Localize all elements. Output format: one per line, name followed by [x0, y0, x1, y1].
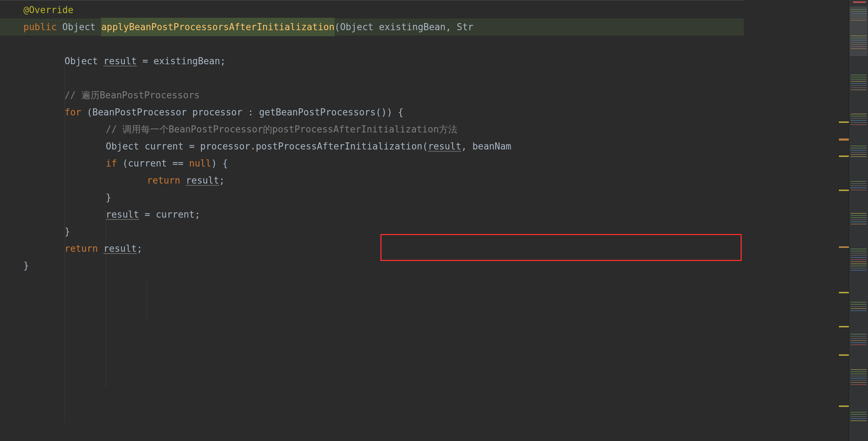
warning-stripe[interactable] — [839, 354, 849, 356]
minimap-region — [851, 75, 867, 92]
minimap[interactable] — [849, 0, 868, 441]
code-line[interactable]: } — [0, 257, 744, 274]
code-line-method-signature[interactable]: public Object applyBeanPostProcessorsAft… — [0, 18, 744, 36]
keyword-token: return — [147, 172, 180, 189]
code-line[interactable]: for (BeanPostProcessor processor : getBe… — [0, 104, 744, 121]
comment-token: // 调用每一个BeanPostProcessor的postProcessAft… — [106, 121, 457, 138]
minimap-region — [851, 181, 867, 192]
keyword-token: return — [65, 240, 98, 257]
minimap-region — [851, 334, 867, 347]
warning-stripe[interactable] — [839, 138, 849, 141]
space — [180, 172, 186, 189]
code-line-highlighted-call[interactable]: Object current = processor. postProcessA… — [0, 138, 744, 155]
code-line[interactable]: } — [0, 189, 744, 206]
code-text: ) { — [211, 155, 228, 172]
param-token: existingBean — [379, 18, 446, 36]
punct-token: ( — [335, 18, 340, 36]
code-text: (current == — [117, 155, 189, 172]
brace-token: } — [23, 257, 29, 274]
code-line[interactable]: result = current; — [0, 206, 744, 223]
code-line[interactable]: if (current == null ) { — [0, 155, 744, 172]
keyword-token: public — [23, 18, 57, 36]
var-token: result — [104, 53, 137, 70]
code-line-comment[interactable]: // 调用每一个BeanPostProcessor的postProcessAft… — [0, 121, 744, 138]
warning-stripe[interactable] — [839, 405, 849, 407]
code-editor[interactable]: @Override public Object applyBeanPostPro… — [0, 0, 744, 441]
punct-token: , — [461, 138, 472, 155]
punct-token: ; — [219, 172, 225, 189]
minimap-region — [851, 369, 867, 386]
punct-token: ( — [422, 138, 428, 155]
method-name-token: applyBeanPostProcessorsAfterInitializati… — [101, 18, 334, 36]
inspection-gutter[interactable] — [839, 0, 849, 441]
code-text: Object current = processor. — [106, 138, 256, 155]
brace-token: } — [106, 189, 111, 206]
code-line[interactable]: return result ; — [0, 240, 744, 257]
minimap-region — [851, 412, 867, 423]
warning-stripe[interactable] — [839, 156, 849, 157]
var-token: result — [186, 172, 219, 189]
minimap-region — [851, 249, 867, 272]
null-token: null — [189, 155, 211, 172]
code-text: = current; — [139, 206, 200, 223]
minimap-region — [851, 302, 867, 312]
code-line-blank[interactable] — [0, 36, 744, 53]
code-line-blank[interactable] — [0, 70, 744, 87]
warning-stripe[interactable] — [839, 326, 849, 327]
var-token: result — [104, 240, 137, 257]
space — [98, 240, 104, 257]
code-line-comment[interactable]: // 遍历BeanPostProcessors — [0, 87, 744, 104]
punct-token: ; — [137, 240, 143, 257]
minimap-region — [851, 146, 867, 158]
var-token-partial: beanNam — [472, 138, 511, 155]
type-token: Object — [340, 18, 373, 36]
comment-token: // 遍历BeanPostProcessors — [65, 87, 200, 104]
minimap-region — [851, 213, 867, 226]
minimap-viewport[interactable] — [850, 6, 867, 56]
code-text: (BeanPostProcessor processor : getBeanPo… — [81, 104, 403, 121]
var-token: result — [428, 138, 461, 155]
warning-stripe[interactable] — [839, 190, 849, 191]
method-call-token: postProcessAfterInitialization — [256, 138, 423, 155]
warning-stripe[interactable] — [839, 121, 849, 123]
var-token: result — [106, 206, 139, 223]
type-token: Object — [65, 53, 104, 70]
warning-stripe[interactable] — [839, 246, 849, 248]
warning-stripe[interactable] — [839, 292, 849, 293]
type-token: Object — [62, 18, 96, 36]
brace-token: } — [65, 223, 70, 240]
annotation-token: @Override — [23, 1, 73, 18]
code-line[interactable]: return result ; — [0, 172, 744, 189]
code-line[interactable]: } — [0, 223, 744, 240]
type-token-partial: Str — [457, 18, 473, 36]
keyword-token: for — [65, 104, 81, 121]
minimap-region — [851, 114, 867, 126]
panel-divider — [0, 0, 744, 0]
indent-guide — [147, 278, 147, 321]
code-line[interactable]: Object result = existingBean; — [0, 53, 744, 70]
punct-token: , — [446, 18, 457, 36]
analysis-status-icon[interactable] — [853, 1, 866, 3]
code-text: = existingBean; — [137, 53, 226, 70]
keyword-token: if — [106, 155, 117, 172]
code-line[interactable]: @Override — [0, 1, 744, 18]
